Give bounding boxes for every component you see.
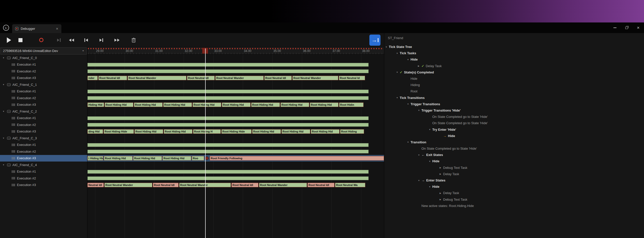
timeline-track[interactable] — [87, 61, 384, 68]
state-segment[interactable]: Root Hiding Hid — [251, 102, 280, 107]
state-segment[interactable]: Root Hiding H — [193, 129, 221, 134]
state-segment[interactable]: Root Hiding Hid — [134, 129, 163, 134]
state-segment[interactable]: Root Hiding Hid — [193, 102, 221, 107]
timeline-track[interactable] — [87, 142, 384, 148]
state-segment[interactable]: Root Neutral Wander — [128, 76, 186, 80]
state-segment[interactable]: Root Hiding Hid — [280, 102, 309, 107]
state-segment[interactable]: Root Hiding Hid — [162, 156, 191, 161]
chevron-down-icon[interactable]: ▼ — [418, 154, 420, 156]
execution-bar[interactable] — [87, 69, 369, 73]
chevron-right-icon[interactable]: ▶ — [440, 192, 441, 194]
state-segment[interactable]: ding Hid — [87, 129, 103, 134]
state-segment[interactable]: Root Neutral Wander — [215, 76, 264, 80]
state-segment[interactable]: Root Neutral Wander — [259, 183, 307, 187]
state-tree-row[interactable]: ▼→Enter States — [384, 177, 644, 183]
state-tree-row[interactable]: ▶Debug Text Task — [384, 196, 644, 203]
state-segment[interactable]: Root Hiding Hid — [222, 102, 251, 107]
execution-row[interactable]: Execution #3 — [0, 182, 87, 189]
chevron-down-icon[interactable]: ▼ — [3, 84, 5, 86]
go-to-start-button[interactable] — [66, 35, 77, 46]
state-tree-row[interactable]: ▼Trigger Transitions 'Hide' — [384, 107, 644, 114]
execution-row[interactable]: Execution #3 — [0, 155, 87, 162]
timeline-ruler[interactable]: 29.0030.0031.0032.0033.0034.0035.0036.00… — [87, 47, 384, 55]
state-segment[interactable]: Root Neutral Idl — [187, 76, 215, 80]
state-tree-row[interactable]: ▼✓State(s) Completed — [384, 69, 644, 75]
chevron-down-icon[interactable]: ▼ — [429, 160, 431, 162]
timeline-track[interactable]: ding HidRoot Hiding HideRoot Hiding HidR… — [87, 128, 384, 135]
state-tree-row[interactable]: Hide — [384, 75, 644, 82]
execution-row[interactable]: Execution #1 — [0, 168, 87, 175]
state-segment[interactable]: Root Friendly Following — [210, 156, 384, 161]
chevron-right-icon[interactable]: ▶ — [418, 65, 419, 67]
chevron-down-icon[interactable]: ▼ — [3, 164, 5, 166]
timeline-track[interactable] — [87, 68, 384, 75]
execution-row[interactable]: Execution #2 — [0, 121, 87, 128]
instance-row[interactable]: ▼AIC_Friend_C_4 — [0, 162, 87, 168]
state-tree-row[interactable]: ▼Tick Transitions — [384, 95, 644, 101]
chevron-down-icon[interactable]: ▼ — [3, 110, 5, 113]
state-segment[interactable]: Hiding Hid — [87, 102, 104, 107]
execution-row[interactable]: Execution #2 — [0, 175, 87, 182]
state-segment[interactable]: t Hiding Hid — [87, 156, 103, 161]
state-segment[interactable]: Root Neutral Idl — [231, 183, 258, 187]
chevron-down-icon[interactable]: ▼ — [3, 137, 5, 139]
state-segment[interactable]: Root Hiding Hid — [281, 129, 310, 134]
timeline-track[interactable] — [87, 115, 384, 122]
state-segment[interactable]: Root Neutral Idl — [307, 183, 335, 187]
execution-bar[interactable] — [87, 63, 369, 67]
chevron-down-icon[interactable]: ▼ — [418, 109, 420, 112]
chevron-right-icon[interactable]: ▶ — [440, 167, 441, 169]
state-segment[interactable]: nder — [87, 76, 98, 80]
minimize-button[interactable] — [609, 22, 621, 33]
state-tree-row[interactable]: →Hide — [384, 133, 644, 139]
chevron-down-icon[interactable]: ▼ — [429, 128, 431, 131]
chevron-down-icon[interactable]: ▼ — [396, 71, 398, 73]
execution-bar[interactable] — [87, 170, 369, 174]
state-segment[interactable]: Roo — [192, 156, 204, 161]
state-tree-row[interactable]: ▼Tick State Tree — [384, 44, 644, 50]
step-forward-button[interactable] — [96, 35, 107, 46]
state-segment[interactable]: Root Hiding Hid — [252, 129, 281, 134]
state-tree-row[interactable]: ▶✓Delay Task — [384, 63, 644, 69]
execution-bar[interactable] — [87, 143, 369, 147]
timeline-track[interactable] — [87, 148, 384, 155]
play-button[interactable] — [3, 35, 15, 46]
resume-button[interactable] — [53, 35, 65, 46]
state-tree-row[interactable]: ▶Delay Task — [384, 190, 644, 196]
state-tree-row[interactable]: ▼Hide — [384, 183, 644, 190]
state-segment[interactable]: Root Hiding Hid — [164, 129, 193, 134]
state-segment[interactable]: Root Neutral Wa — [335, 183, 365, 187]
instance-row[interactable]: ▼AIC_Friend_C_0 — [0, 55, 87, 61]
state-segment[interactable]: Root Neutral Idl — [264, 76, 292, 80]
state-segment[interactable]: Root Hiding Hide — [221, 129, 252, 134]
execution-row[interactable]: Execution #1 — [0, 88, 87, 95]
state-segment[interactable]: Root Hidin — [339, 102, 364, 107]
state-segment[interactable]: Root Hiding Hid — [133, 156, 162, 161]
state-segment[interactable]: Root Hiding Hid — [163, 102, 192, 107]
instance-row[interactable]: ▼AIC_Friend_C_1 — [0, 81, 87, 88]
state-segment[interactable]: Root Hiding Hide — [104, 129, 134, 134]
timeline-track[interactable]: nderRoot Neutral IdlRoot Neutral WanderR… — [87, 75, 384, 82]
state-tree-row[interactable]: Root — [384, 88, 644, 94]
execution-bar[interactable] — [87, 150, 369, 153]
delete-button[interactable] — [128, 35, 139, 46]
instance-row[interactable]: ▼AIC_Friend_C_2 — [0, 108, 87, 115]
state-tree-row[interactable]: New active states: Root.Hiding.Hide — [384, 203, 644, 209]
state-tree-row[interactable]: ▼Hide — [384, 56, 644, 63]
timeline-track[interactable]: t Hiding HidRoot Hiding HidRoot Hiding H… — [87, 155, 384, 162]
execution-bar[interactable] — [87, 90, 369, 93]
tab-close-icon[interactable]: ✕ — [56, 27, 58, 31]
state-tree-row[interactable]: ▼Tick Tasks — [384, 50, 644, 56]
timeline-track[interactable] — [87, 175, 384, 182]
chevron-down-icon[interactable]: ▼ — [418, 179, 420, 181]
state-segment[interactable]: Neutral Idl — [87, 183, 104, 187]
state-tree-row[interactable]: ▼Trigger Transitions — [384, 101, 644, 107]
execution-row[interactable]: Execution #3 — [0, 128, 87, 135]
timeline[interactable]: 29.0030.0031.0032.0033.0034.0035.0036.00… — [87, 47, 384, 238]
execution-row[interactable]: Execution #2 — [0, 148, 87, 155]
execution-row[interactable]: Execution #2 — [0, 95, 87, 101]
chevron-down-icon[interactable]: ▼ — [3, 57, 5, 59]
state-tree-row[interactable]: ▼Try Enter 'Hide' — [384, 126, 644, 133]
state-tree-row[interactable]: Hiding — [384, 82, 644, 88]
chevron-down-icon[interactable]: ▼ — [407, 103, 409, 105]
